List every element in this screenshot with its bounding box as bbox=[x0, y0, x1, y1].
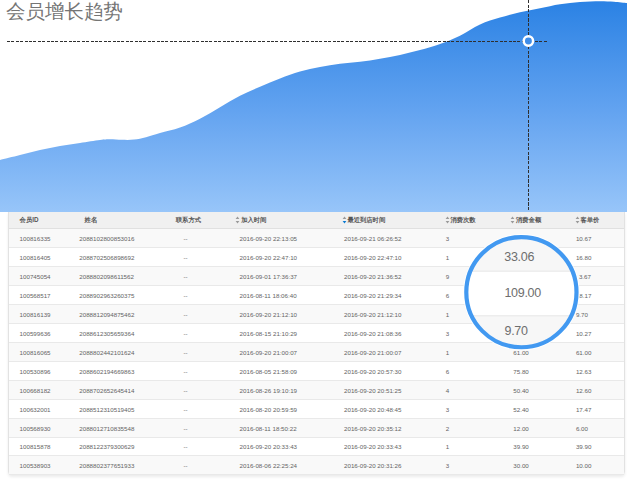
svg-text:109.00: 109.00 bbox=[504, 286, 541, 300]
svg-text:9.70: 9.70 bbox=[505, 324, 528, 338]
svg-text:33.06: 33.06 bbox=[504, 250, 534, 264]
